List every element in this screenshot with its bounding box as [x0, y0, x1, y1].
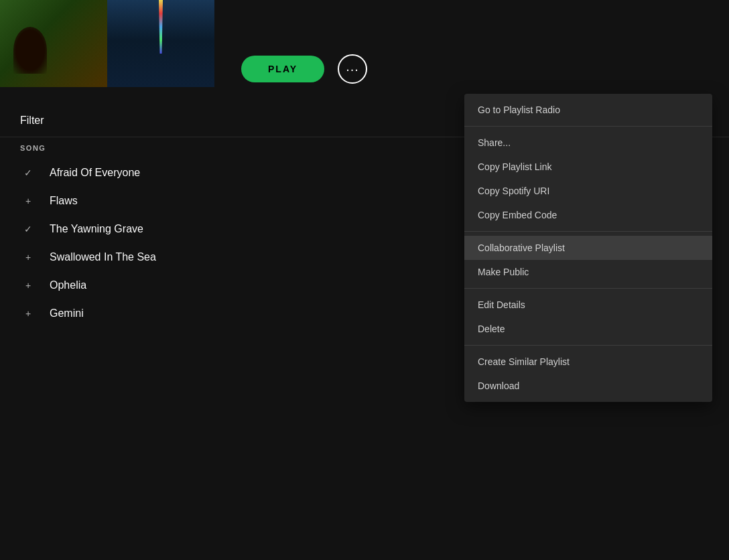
album-art-right	[107, 0, 214, 87]
song-title-6: Gemini	[50, 307, 84, 320]
context-menu: Go to Playlist Radio Share... Copy Playl…	[464, 94, 712, 402]
plus-icon-4: +	[20, 252, 36, 263]
song-item-4[interactable]: + Swallowed In The Sea	[0, 243, 456, 271]
album-art-left	[0, 0, 107, 87]
check-icon-3: ✓	[20, 224, 36, 234]
menu-section-1: Go to Playlist Radio	[464, 94, 712, 127]
song-item-5[interactable]: + Ophelia	[0, 271, 456, 299]
song-list-header: SONG	[0, 137, 456, 159]
menu-section-3: Collaborative Playlist Make Public	[464, 232, 712, 289]
menu-item-collaborative-playlist[interactable]: Collaborative Playlist	[464, 236, 712, 260]
plus-icon-2: +	[20, 196, 36, 206]
menu-item-copy-spotify-uri[interactable]: Copy Spotify URI	[464, 179, 712, 203]
menu-item-make-public[interactable]: Make Public	[464, 260, 712, 284]
plus-icon-6: +	[20, 308, 36, 319]
filter-label: Filter	[20, 115, 44, 127]
top-area: PLAY ···	[0, 0, 729, 94]
menu-item-go-to-playlist-radio[interactable]: Go to Playlist Radio	[464, 98, 712, 122]
more-options-button[interactable]: ···	[338, 54, 367, 84]
song-title-5: Ophelia	[50, 279, 86, 291]
menu-item-share[interactable]: Share...	[464, 131, 712, 155]
menu-item-copy-playlist-link[interactable]: Copy Playlist Link	[464, 155, 712, 179]
song-title-4: Swallowed In The Sea	[50, 251, 156, 263]
song-item-2[interactable]: + Flaws	[0, 187, 456, 215]
menu-item-copy-embed-code[interactable]: Copy Embed Code	[464, 203, 712, 227]
menu-item-edit-details[interactable]: Edit Details	[464, 293, 712, 317]
song-title-3: The Yawning Grave	[50, 223, 143, 235]
menu-item-download[interactable]: Download	[464, 374, 712, 398]
menu-item-delete[interactable]: Delete	[464, 317, 712, 341]
menu-section-5: Create Similar Playlist Download	[464, 346, 712, 402]
song-item-3[interactable]: ✓ The Yawning Grave	[0, 215, 456, 243]
controls-area: PLAY ···	[214, 54, 729, 87]
menu-item-create-similar-playlist[interactable]: Create Similar Playlist	[464, 350, 712, 374]
song-title-2: Flaws	[50, 195, 78, 207]
song-list: SONG ✓ Afraid Of Everyone + Flaws ✓ The …	[0, 137, 456, 560]
song-item-6[interactable]: + Gemini	[0, 299, 456, 328]
play-button[interactable]: PLAY	[241, 56, 324, 82]
menu-section-4: Edit Details Delete	[464, 289, 712, 346]
song-title-1: Afraid Of Everyone	[50, 167, 140, 179]
song-item-1[interactable]: ✓ Afraid Of Everyone	[0, 159, 456, 187]
menu-section-2: Share... Copy Playlist Link Copy Spotify…	[464, 127, 712, 232]
plus-icon-5: +	[20, 280, 36, 291]
check-icon-1: ✓	[20, 167, 36, 178]
